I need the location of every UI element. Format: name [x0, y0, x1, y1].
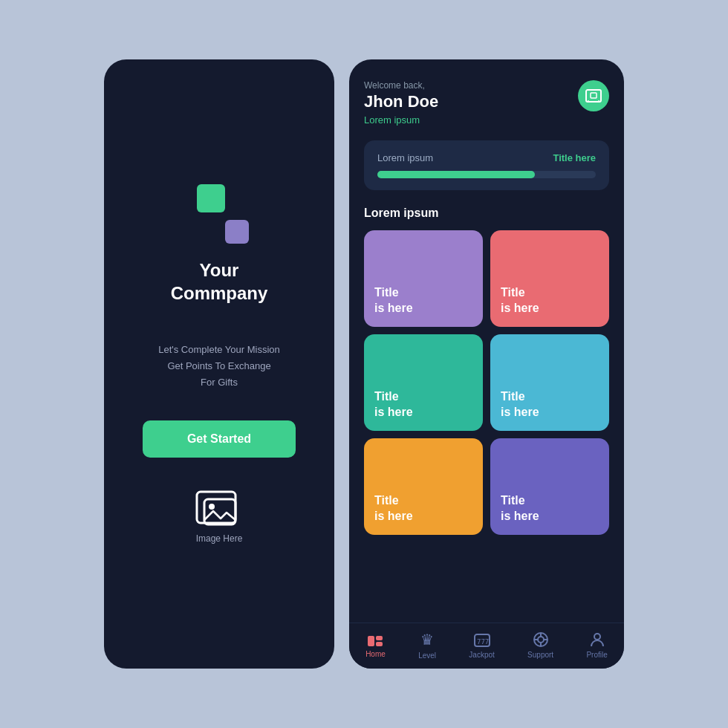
nav-home-label: Home	[365, 650, 386, 658]
tile-1-text: Titleis here	[374, 285, 413, 316]
right-content: Welcome back, Jhon Doe Lorem ipsum Lorem…	[349, 59, 624, 623]
bottom-nav: Home ♛ Level 777 Jackpot Support	[349, 623, 624, 669]
welcome-text: Welcome back,	[364, 80, 438, 91]
tile-2-text: Titleis here	[501, 285, 539, 316]
grid-row-1: Titleis here Titleis here	[364, 230, 609, 327]
image-icon	[195, 487, 243, 527]
svg-rect-3	[586, 90, 601, 102]
tile-6-text: Titleis here	[501, 493, 539, 524]
avatar-icon	[585, 88, 602, 103]
header: Welcome back, Jhon Doe Lorem ipsum	[364, 80, 609, 126]
tile-4[interactable]: Titleis here	[490, 334, 609, 431]
tile-2[interactable]: Titleis here	[490, 230, 609, 327]
profile-icon	[589, 631, 605, 648]
nav-profile-label: Profile	[586, 651, 607, 659]
svg-rect-7	[376, 642, 383, 646]
svg-rect-5	[368, 636, 374, 646]
svg-rect-0	[197, 492, 235, 523]
nav-profile[interactable]: Profile	[586, 631, 607, 659]
user-info: Welcome back, Jhon Doe Lorem ipsum	[364, 80, 438, 126]
header-subtitle: Lorem ipsum	[364, 114, 438, 126]
nav-support-label: Support	[527, 651, 553, 659]
tile-3-text: Titleis here	[374, 389, 413, 420]
progress-bar-bg	[377, 171, 596, 178]
progress-card: Lorem ipsum Title here	[364, 140, 609, 190]
logo-square-green	[197, 184, 225, 212]
svg-point-2	[209, 504, 215, 510]
progress-action[interactable]: Title here	[553, 152, 596, 163]
home-icon	[367, 632, 383, 647]
level-icon: ♛	[420, 631, 434, 649]
progress-label: Lorem ipsum	[377, 152, 433, 163]
company-name: Your Commpany	[171, 259, 268, 305]
svg-text:777: 777	[477, 638, 489, 646]
svg-rect-1	[204, 499, 235, 524]
grid-row-2: Titleis here Titleis here	[364, 334, 609, 431]
progress-bar-fill	[377, 171, 535, 178]
user-name: Jhon Doe	[364, 92, 438, 111]
tile-5[interactable]: Titleis here	[364, 438, 483, 535]
logo-squares	[189, 184, 249, 244]
get-started-button[interactable]: Get Started	[143, 420, 296, 458]
nav-level[interactable]: ♛ Level	[418, 631, 436, 660]
tile-3[interactable]: Titleis here	[364, 334, 483, 431]
svg-point-16	[594, 634, 600, 640]
right-phone: Welcome back, Jhon Doe Lorem ipsum Lorem…	[349, 59, 624, 669]
tile-1[interactable]: Titleis here	[364, 230, 483, 327]
progress-card-top: Lorem ipsum Title here	[377, 152, 596, 163]
nav-support[interactable]: Support	[527, 631, 553, 659]
nav-home[interactable]: Home	[365, 632, 386, 658]
nav-jackpot-label: Jackpot	[469, 651, 494, 659]
svg-point-11	[538, 637, 544, 643]
support-icon	[533, 631, 549, 648]
section-title: Lorem ipsum	[364, 207, 609, 220]
image-placeholder: Image Here	[195, 487, 243, 544]
logo-block: Your Commpany	[171, 184, 268, 305]
nav-level-label: Level	[418, 651, 436, 660]
svg-rect-4	[591, 93, 597, 98]
left-phone: Your Commpany Let's Complete Your Missio…	[104, 59, 334, 669]
tagline: Let's Complete Your Mission Get Points T…	[158, 342, 280, 391]
nav-jackpot[interactable]: 777 Jackpot	[469, 631, 494, 659]
tile-4-text: Titleis here	[501, 389, 539, 420]
jackpot-icon: 777	[473, 631, 491, 648]
avatar-button[interactable]	[578, 80, 609, 111]
tile-6[interactable]: Titleis here	[490, 438, 609, 535]
logo-square-purple	[225, 220, 249, 244]
image-label: Image Here	[196, 533, 243, 544]
grid-row-3: Titleis here Titleis here	[364, 438, 609, 535]
tile-5-text: Titleis here	[374, 493, 413, 524]
svg-rect-6	[376, 636, 383, 640]
